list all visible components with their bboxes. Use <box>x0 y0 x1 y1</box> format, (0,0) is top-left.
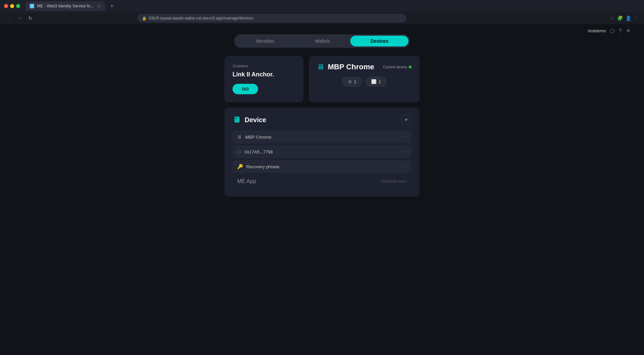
minimize-traffic-light[interactable] <box>10 4 14 8</box>
lock-icon: 🔒 <box>142 16 147 21</box>
maximize-traffic-light[interactable] <box>16 4 20 8</box>
add-device-button[interactable]: + <box>401 114 412 125</box>
forward-button[interactable]: → <box>16 15 23 22</box>
stat-1-count: 1 <box>354 79 356 84</box>
device-item-more-button[interactable]: ··· <box>400 164 407 170</box>
profile-icon[interactable]: 👤 <box>625 15 631 21</box>
guideline-card: Guideline Link II Anchor. GO <box>224 56 303 102</box>
bookmark-icon[interactable]: ☆ <box>610 15 614 21</box>
device-list-icon: 🖥 <box>232 115 241 125</box>
window-icon: ⬜ <box>371 79 377 84</box>
list-item: 🔑 Recovery phrase ··· <box>232 160 412 173</box>
device-list-title: 🖥 Device <box>232 115 266 125</box>
guideline-label: Guideline <box>232 64 295 68</box>
device-item-label: Recovery phrase <box>246 164 279 169</box>
me-app-item: ME App Available soon <box>232 175 412 188</box>
device-name-row: 🖥 MBP Chrome <box>317 63 374 71</box>
top-nav: Identities Wallets Devices <box>234 34 410 48</box>
device-item-more-button[interactable]: ··· <box>400 149 407 155</box>
logout-icon[interactable]: ⬡ <box>610 28 615 34</box>
close-traffic-light[interactable] <box>4 4 8 8</box>
main-area: Guideline Link II Anchor. GO 🖥 MBP Chrom… <box>224 56 420 197</box>
tab-devices[interactable]: Devices <box>350 36 408 46</box>
new-tab-button[interactable]: + <box>108 2 116 10</box>
tab-close-button[interactable]: ✕ <box>97 4 101 8</box>
list-item: ⬡ 0x17A5...7798 ··· <box>232 145 412 158</box>
back-button[interactable]: ← <box>5 15 12 22</box>
me-app-label: ME App <box>237 178 256 184</box>
device-item-left: ⬡ 0x17A5...7798 <box>237 149 273 154</box>
device-item-left: 🖥 MBP Chrome <box>237 134 272 140</box>
extensions-icon[interactable]: 🧩 <box>617 15 623 21</box>
reload-button[interactable]: ↻ <box>27 15 34 22</box>
stat-pill-1: 🖥 1 <box>342 77 362 86</box>
stat-pill-2: ⬜ 1 <box>365 77 387 86</box>
online-indicator <box>409 66 412 68</box>
tab-favicon: M <box>30 4 34 8</box>
device-item-left: 🔑 Recovery phrase <box>237 164 279 169</box>
url-text: 63k2f-nyaaa-aaaah-aakla-cai.raw.ic0.app/… <box>149 16 253 21</box>
monitor-icon: 🖥 <box>237 134 242 140</box>
tab-wallets[interactable]: Wallets <box>295 36 350 46</box>
device-list-title-text: Device <box>245 116 266 124</box>
list-item: 🖥 MBP Chrome ··· <box>232 131 412 143</box>
device-list-header: 🖥 Device + <box>232 114 412 125</box>
tab-identities[interactable]: Identities <box>236 36 295 46</box>
app-content: Identities Wallets Devices Guideline Lin… <box>0 24 644 207</box>
device-item-label: 0x17A5...7798 <box>245 149 273 154</box>
eth-icon: ⬡ <box>237 149 241 154</box>
current-device-label: Current device <box>383 65 407 69</box>
browser-addressbar: ← → ↻ 🔒 63k2f-nyaaa-aaaah-aakla-cai.raw.… <box>0 12 644 24</box>
screen-icon: 🖥 <box>348 79 352 84</box>
browser-actions: ☆ 🧩 👤 ⋮ <box>610 15 639 21</box>
browser-tab[interactable]: M ME - Web3 Identity Service fo... ✕ <box>26 1 105 11</box>
top-right-area: testdemo ⬡ ? ☀ <box>588 28 631 34</box>
help-icon[interactable]: ? <box>619 28 622 34</box>
recovery-icon: 🔑 <box>237 164 243 169</box>
device-header: 🖥 MBP Chrome Current device <box>317 63 412 71</box>
device-name: MBP Chrome <box>328 63 374 71</box>
device-stats: 🖥 1 ⬜ 1 <box>317 77 412 86</box>
available-soon-badge: Available soon <box>381 179 407 184</box>
stat-2-count: 1 <box>379 79 381 84</box>
go-button[interactable]: GO <box>232 84 258 94</box>
device-list-card: 🖥 Device + 🖥 MBP Chrome ··· ⬡ 0x17A5...7… <box>224 108 420 197</box>
current-device-badge: Current device <box>383 65 412 69</box>
username: testdemo <box>588 28 606 33</box>
guideline-title: Link II Anchor. <box>232 71 295 78</box>
address-bar[interactable]: 🔒 63k2f-nyaaa-aaaah-aakla-cai.raw.ic0.ap… <box>137 14 406 23</box>
monitor-icon: 🖥 <box>317 63 324 71</box>
menu-icon[interactable]: ⋮ <box>634 15 639 21</box>
cards-row: Guideline Link II Anchor. GO 🖥 MBP Chrom… <box>224 56 420 102</box>
device-info-card: 🖥 MBP Chrome Current device 🖥 1 ⬜ <box>309 56 420 102</box>
browser-chrome: M ME - Web3 Identity Service fo... ✕ + ←… <box>0 0 644 24</box>
traffic-lights <box>4 4 20 8</box>
tab-title: ME - Web3 Identity Service fo... <box>37 4 94 8</box>
browser-titlebar: M ME - Web3 Identity Service fo... ✕ + <box>0 0 644 12</box>
device-item-label: MBP Chrome <box>245 135 272 140</box>
device-item-more-button[interactable]: ··· <box>400 134 407 140</box>
theme-icon[interactable]: ☀ <box>626 28 631 34</box>
